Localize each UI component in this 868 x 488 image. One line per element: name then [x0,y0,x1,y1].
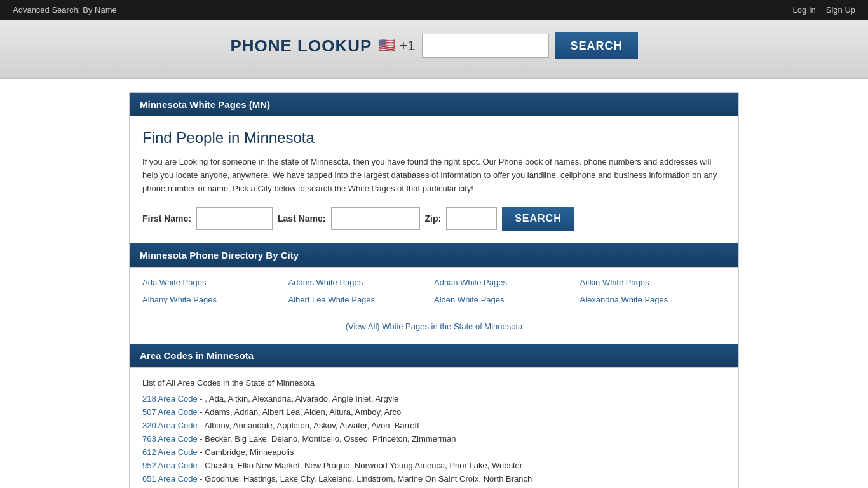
phone-lookup-title: PHONE LOOKUP [230,36,372,56]
area-code-row: 612 Area Code - Cambridge, Minneapolis [142,447,726,457]
view-all-container: (View All) White Pages in the State of M… [130,315,738,344]
area-code-description: - Becker, Big Lake, Delano, Monticello, … [198,434,456,444]
area-codes-title: Area Codes in Minnesota [140,350,254,361]
area-code-link[interactable]: 507 Area Code [142,407,198,417]
phone-lookup-section: PHONE LOOKUP 🇺🇸 +1 SEARCH [0,20,868,79]
main-content: Minnesota White Pages (MN) Find People i… [129,92,739,488]
area-code-row: 218 Area Code - , Ada, Aitkin, Alexandri… [142,394,726,403]
city-link[interactable]: Albany White Pages [142,295,288,304]
area-code-row: 320 Area Code - Albany, Annandale, Apple… [142,421,726,430]
view-all-white-pages-link[interactable]: (View All) White Pages in the State of M… [346,322,523,331]
city-link[interactable]: Adrian White Pages [434,278,580,287]
area-code-row: 763 Area Code - Becker, Big Lake, Delano… [142,434,726,444]
area-code-row: 507 Area Code - Adams, Adrian, Albert Le… [142,407,726,417]
find-people-description: If you are Looking for someone in the st… [142,156,726,195]
area-code-description: - Chaska, Elko New Market, New Prague, N… [198,461,522,470]
phone-country-code: +1 [399,37,415,53]
by-name-link[interactable]: By Name [83,5,116,15]
find-people-title: Find People in Minnesota [142,129,726,147]
city-link[interactable]: Aitkin White Pages [580,278,726,287]
city-link[interactable]: Ada White Pages [142,278,288,287]
city-link[interactable]: Alexandria White Pages [580,295,726,304]
auth-links: Log In Sign Up [793,5,855,15]
area-code-row: 651 Area Code - Goodhue, Hastings, Lake … [142,474,726,484]
city-link[interactable]: Adams White Pages [288,278,435,287]
first-name-label: First Name: [142,214,191,224]
area-code-link[interactable]: 763 Area Code [142,434,198,444]
area-code-description: - Albany, Annandale, Appleton, Askov, At… [198,421,419,430]
phone-directory-title: Minnesota Phone Directory By City [140,250,299,261]
city-links-grid: Ada White PagesAdams White PagesAdrian W… [130,268,738,315]
country-code: 🇺🇸 +1 [378,37,415,54]
area-code-description: - Cambridge, Minneapolis [198,447,294,457]
area-codes-content: List of All Area Codes in the State of M… [130,368,738,488]
phone-directory-header: Minnesota Phone Directory By City [130,243,738,267]
area-code-description: - , Ada, Aitkin, Alexandria, Alvarado, A… [198,394,399,403]
area-codes-list-title: List of All Area Codes in the State of M… [142,378,726,388]
flag-icon: 🇺🇸 [378,37,395,53]
people-search-button[interactable]: SEARCH [502,207,574,231]
area-code-link[interactable]: 320 Area Code [142,421,198,430]
advanced-search-text: Advanced Search: [13,5,80,15]
area-code-description: - Adams, Adrian, Albert Lea, Alden, Altu… [198,407,402,417]
phone-lookup-form: PHONE LOOKUP 🇺🇸 +1 SEARCH [230,32,637,59]
last-name-label: Last Name: [278,214,325,224]
area-code-link[interactable]: 952 Area Code [142,461,198,470]
area-code-link[interactable]: 218 Area Code [142,394,198,403]
find-people-section: Find People in Minnesota If you are Look… [130,116,738,243]
zip-label: Zip: [425,214,442,224]
area-codes-list: 218 Area Code - , Ada, Aitkin, Alexandri… [142,394,726,484]
city-link[interactable]: Alden White Pages [434,295,580,304]
mn-white-pages-title: Minnesota White Pages (MN) [140,99,270,110]
city-link[interactable]: Albert Lea White Pages [288,295,435,304]
login-link[interactable]: Log In [793,5,816,15]
top-navigation-bar: Advanced Search: By Name Log In Sign Up [0,0,868,20]
first-name-input[interactable] [196,207,273,230]
area-code-row: 952 Area Code - Chaska, Elko New Market,… [142,461,726,470]
phone-number-input[interactable] [422,34,549,58]
mn-white-pages-header: Minnesota White Pages (MN) [130,93,738,116]
phone-search-button[interactable]: SEARCH [555,32,638,59]
people-search-form: First Name: Last Name: Zip: SEARCH [142,207,726,231]
signup-link[interactable]: Sign Up [826,5,855,15]
zip-input[interactable] [446,207,497,230]
last-name-input[interactable] [331,207,420,230]
area-code-link[interactable]: 612 Area Code [142,447,198,457]
area-codes-section: List of All Area Codes in the State of M… [130,367,738,488]
area-code-link[interactable]: 651 Area Code [142,474,198,484]
directory-section: Ada White PagesAdams White PagesAdrian W… [130,267,738,344]
area-code-description: - Goodhue, Hastings, Lake City, Lakeland… [198,474,532,484]
area-codes-header: Area Codes in Minnesota [130,344,738,367]
advanced-search-label: Advanced Search: By Name [13,5,117,15]
